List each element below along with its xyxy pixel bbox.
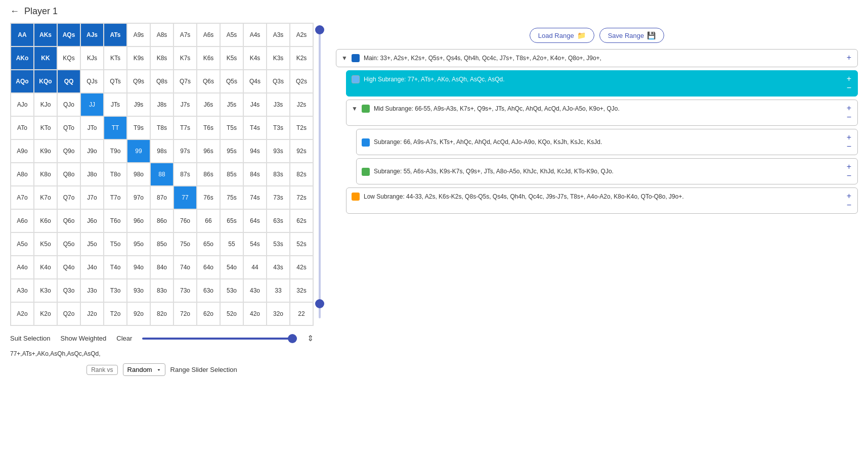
grid-cell-t2o[interactable]: T2o [104, 302, 127, 325]
grid-cell-63o[interactable]: 63o [197, 279, 220, 302]
grid-cell-65s[interactable]: 65s [220, 209, 243, 232]
grid-cell-q5o[interactable]: Q5o [57, 232, 80, 256]
grid-cell-a7o[interactable]: A7o [11, 186, 34, 209]
grid-cell-a4s[interactable]: A4s [243, 23, 267, 46]
grid-cell-q9s[interactable]: Q9s [127, 70, 150, 93]
main-range-add[interactable]: + [846, 54, 852, 62]
grid-cell-a8s[interactable]: A8s [150, 23, 173, 46]
grid-cell-q6o[interactable]: Q6o [57, 209, 80, 232]
grid-cell-kk[interactable]: KK [34, 46, 57, 70]
grid-cell-kjo[interactable]: KJo [34, 93, 57, 116]
grid-cell-qts[interactable]: QTs [104, 70, 127, 93]
subrange-55-add[interactable]: + [846, 163, 852, 171]
grid-cell-a3o[interactable]: A3o [11, 279, 34, 302]
grid-cell-a9s[interactable]: A9s [127, 23, 150, 46]
grid-cell-j2o[interactable]: J2o [80, 302, 104, 325]
grid-cell-t8o[interactable]: T8o [104, 163, 127, 186]
grid-cell-j7s[interactable]: J7s [173, 93, 197, 116]
grid-cell-qjo[interactable]: QJo [57, 93, 80, 116]
grid-cell-65o[interactable]: 65o [197, 232, 220, 256]
grid-cell-a2o[interactable]: A2o [11, 302, 34, 325]
rank-vs-select[interactable]: Random Player 2 Player 3 [123, 363, 165, 376]
grid-cell-a4o[interactable]: A4o [11, 256, 34, 279]
grid-cell-qto[interactable]: QTo [57, 116, 80, 139]
grid-cell-aks[interactable]: AKs [34, 23, 57, 46]
grid-cell-j6o[interactable]: J6o [80, 209, 104, 232]
subrange-66-add[interactable]: + [846, 133, 852, 141]
grid-cell-t4o[interactable]: T4o [104, 256, 127, 279]
grid-cell-k9s[interactable]: K9s [127, 46, 150, 70]
grid-cell-q4o[interactable]: Q4o [57, 256, 80, 279]
grid-cell-ako[interactable]: AKo [11, 46, 34, 70]
grid-cell-83s[interactable]: 83s [267, 163, 290, 186]
grid-cell-aa[interactable]: AA [11, 23, 34, 46]
grid-cell-kto[interactable]: KTo [34, 116, 57, 139]
grid-cell-t8s[interactable]: T8s [150, 116, 173, 139]
grid-cell-62o[interactable]: 62o [197, 302, 220, 325]
clear-label[interactable]: Clear [116, 335, 132, 342]
grid-cell-t3s[interactable]: T3s [267, 116, 290, 139]
grid-cell-j9o[interactable]: J9o [80, 139, 104, 163]
grid-cell-a9o[interactable]: A9o [11, 139, 34, 163]
grid-cell-86s[interactable]: 86s [197, 163, 220, 186]
grid-cell-aqs[interactable]: AQs [57, 23, 80, 46]
grid-cell-55[interactable]: 55 [220, 232, 243, 256]
grid-cell-84o[interactable]: 84o [150, 256, 173, 279]
grid-cell-k5o[interactable]: K5o [34, 232, 57, 256]
grid-cell-52s[interactable]: 52s [290, 232, 313, 256]
grid-cell-44[interactable]: 44 [243, 256, 267, 279]
grid-cell-kjs[interactable]: KJs [80, 46, 104, 70]
grid-cell-76o[interactable]: 76o [173, 209, 197, 232]
grid-cell-82o[interactable]: 82o [150, 302, 173, 325]
sort-icon[interactable]: ⇕ [307, 334, 314, 343]
mid-subrange-chevron[interactable]: ▼ [352, 105, 358, 112]
grid-cell-j2s[interactable]: J2s [290, 93, 313, 116]
grid-cell-94o[interactable]: 94o [127, 256, 150, 279]
grid-cell-k6s[interactable]: K6s [197, 46, 220, 70]
load-range-button[interactable]: Load Range 📁 [530, 28, 594, 43]
grid-cell-q5s[interactable]: Q5s [220, 70, 243, 93]
grid-cell-a3s[interactable]: A3s [267, 23, 290, 46]
subrange-66-remove[interactable]: − [846, 143, 852, 151]
grid-cell-j8o[interactable]: J8o [80, 163, 104, 186]
high-subrange-remove[interactable]: − [846, 84, 852, 92]
grid-cell-75o[interactable]: 75o [173, 232, 197, 256]
grid-cell-q7s[interactable]: Q7s [173, 70, 197, 93]
grid-cell-75s[interactable]: 75s [220, 186, 243, 209]
grid-cell-93o[interactable]: 93o [127, 279, 150, 302]
grid-cell-k2o[interactable]: K2o [34, 302, 57, 325]
grid-cell-j5s[interactable]: J5s [220, 93, 243, 116]
grid-cell-74o[interactable]: 74o [173, 256, 197, 279]
grid-cell-q8s[interactable]: Q8s [150, 70, 173, 93]
grid-cell-kqs[interactable]: KQs [57, 46, 80, 70]
grid-cell-j5o[interactable]: J5o [80, 232, 104, 256]
grid-cell-q9o[interactable]: Q9o [57, 139, 80, 163]
grid-cell-84s[interactable]: 84s [243, 163, 267, 186]
grid-cell-j4o[interactable]: J4o [80, 256, 104, 279]
grid-cell-88[interactable]: 88 [150, 163, 173, 186]
grid-cell-ats[interactable]: ATs [104, 23, 127, 46]
grid-cell-64s[interactable]: 64s [243, 209, 267, 232]
grid-cell-j9s[interactable]: J9s [127, 93, 150, 116]
main-range-chevron[interactable]: ▼ [341, 55, 348, 62]
grid-cell-t2s[interactable]: T2s [290, 116, 313, 139]
grid-cell-jts[interactable]: JTs [104, 93, 127, 116]
slider-knob-bottom[interactable] [315, 299, 324, 308]
grid-cell-a8o[interactable]: A8o [11, 163, 34, 186]
grid-cell-q7o[interactable]: Q7o [57, 186, 80, 209]
slider-knob-top[interactable] [315, 25, 324, 34]
grid-cell-k3s[interactable]: K3s [267, 46, 290, 70]
grid-cell-22[interactable]: 22 [290, 302, 313, 325]
grid-cell-97s[interactable]: 97s [173, 139, 197, 163]
grid-cell-ajs[interactable]: AJs [80, 23, 104, 46]
grid-cell-k5s[interactable]: K5s [220, 46, 243, 70]
grid-cell-a6o[interactable]: A6o [11, 209, 34, 232]
grid-cell-t9o[interactable]: T9o [104, 139, 127, 163]
grid-cell-qq[interactable]: QQ [57, 70, 80, 93]
grid-cell-43o[interactable]: 43o [243, 279, 267, 302]
grid-cell-53o[interactable]: 53o [220, 279, 243, 302]
suit-selection-label[interactable]: Suit Selection [10, 335, 51, 342]
grid-cell-a6s[interactable]: A6s [197, 23, 220, 46]
grid-cell-96o[interactable]: 96o [127, 209, 150, 232]
grid-cell-j3s[interactable]: J3s [267, 93, 290, 116]
